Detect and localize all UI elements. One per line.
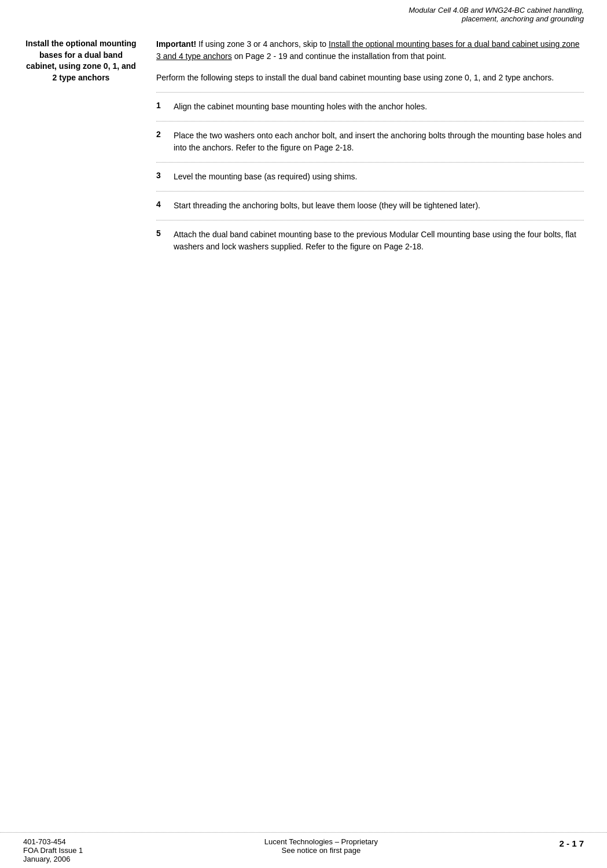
step-number-5: 5 — [156, 229, 174, 253]
footer-center-line1: Lucent Technologies – Proprietary — [264, 837, 378, 846]
step-item-1: 1 Align the cabinet mounting base mounti… — [156, 101, 584, 113]
section-heading: Install the optional mounting bases for … — [23, 38, 139, 83]
page-container: Modular Cell 4.0B and WNG24-BC cabinet h… — [0, 0, 607, 868]
header-line1: Modular Cell 4.0B and WNG24-BC cabinet h… — [409, 6, 584, 14]
doc-number: 401-703-454 — [23, 837, 83, 846]
step-number-4: 4 — [156, 200, 174, 212]
step-content-2: Place the two washers onto each anchor b… — [174, 130, 584, 154]
header-line2: placement, anchoring and grounding — [462, 14, 584, 23]
step-number-1: 1 — [156, 101, 174, 113]
page-number: 2 - 1 7 — [559, 838, 584, 848]
separator-1 — [156, 92, 584, 93]
footer-date: January, 2006 — [23, 855, 83, 863]
separator-4 — [156, 191, 584, 192]
draft-info: FOA Draft Issue 1 — [23, 846, 83, 855]
intro-text: Perform the following steps to install t… — [156, 72, 584, 84]
separator-3 — [156, 162, 584, 163]
important-suffix: on Page 2 - 19 and continue the installa… — [232, 52, 446, 61]
step-content-5: Attach the dual band cabinet mounting ba… — [174, 229, 584, 253]
important-text: Important! If using zone 3 or 4 anchors,… — [156, 38, 584, 62]
page-footer: 401-703-454 FOA Draft Issue 1 January, 2… — [0, 832, 607, 868]
footer-left: 401-703-454 FOA Draft Issue 1 January, 2… — [23, 837, 83, 863]
step-content-3: Level the mounting base (as required) us… — [174, 171, 584, 183]
separator-2 — [156, 121, 584, 122]
footer-center-line2: See notice on first page — [264, 846, 378, 855]
step-item-3: 3 Level the mounting base (as required) … — [156, 171, 584, 183]
right-column: Important! If using zone 3 or 4 anchors,… — [150, 38, 584, 255]
step-item-5: 5 Attach the dual band cabinet mounting … — [156, 229, 584, 253]
important-label: Important! — [156, 39, 196, 49]
step-item-4: 4 Start threading the anchoring bolts, b… — [156, 200, 584, 212]
step-content-4: Start threading the anchoring bolts, but… — [174, 200, 584, 212]
important-block: Important! If using zone 3 or 4 anchors,… — [156, 38, 584, 62]
main-content: Install the optional mounting bases for … — [0, 27, 607, 255]
separator-5 — [156, 220, 584, 220]
important-intro: If using zone 3 or 4 anchors, skip to — [196, 39, 329, 49]
footer-right: 2 - 1 7 — [559, 837, 584, 848]
step-item-2: 2 Place the two washers onto each anchor… — [156, 130, 584, 154]
step-number-3: 3 — [156, 171, 174, 183]
footer-center: Lucent Technologies – Proprietary See no… — [264, 837, 378, 855]
left-column: Install the optional mounting bases for … — [23, 38, 150, 255]
step-number-2: 2 — [156, 130, 174, 154]
page-header: Modular Cell 4.0B and WNG24-BC cabinet h… — [0, 0, 607, 27]
step-content-1: Align the cabinet mounting base mounting… — [174, 101, 584, 113]
